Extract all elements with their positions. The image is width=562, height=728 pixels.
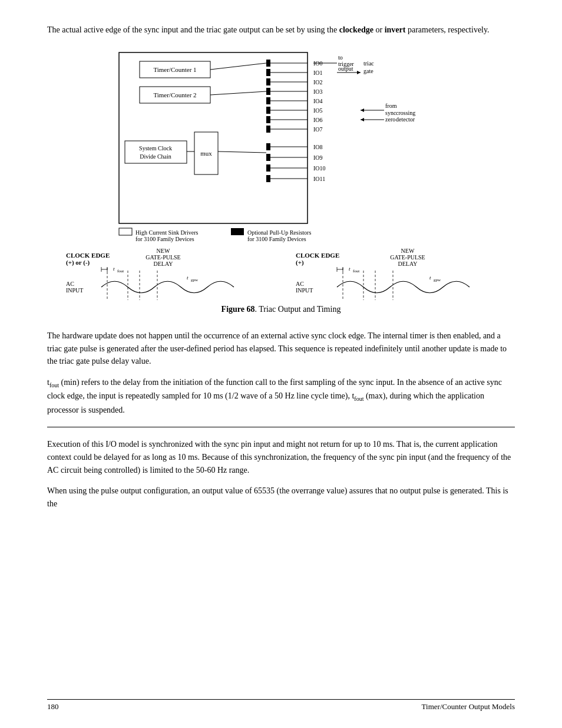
svg-text:from: from	[385, 103, 397, 109]
svg-text:Optional Pull-Up Resistors: Optional Pull-Up Resistors	[247, 229, 311, 236]
svg-text:DELAY: DELAY	[154, 261, 173, 267]
figure-caption-text: . Triac Output and Timing	[255, 305, 341, 314]
svg-text:IO5: IO5	[313, 107, 323, 114]
svg-text:AC: AC	[66, 281, 74, 287]
figure-caption-number: Figure 68	[222, 305, 255, 314]
figure-caption: Figure 68. Triac Output and Timing	[222, 305, 341, 314]
svg-text:gate: gate	[363, 68, 373, 74]
svg-text:GATE-PULSE: GATE-PULSE	[146, 254, 180, 261]
svg-text:for 3100 Family Devices: for 3100 Family Devices	[135, 236, 194, 242]
svg-text:IO6: IO6	[313, 117, 323, 123]
svg-text:IO4: IO4	[313, 98, 323, 104]
svg-text:IO1: IO1	[313, 70, 323, 76]
footer-page-number: 180	[47, 702, 59, 711]
svg-line-66	[218, 151, 266, 153]
svg-text:CLOCK EDGE: CLOCK EDGE	[296, 252, 339, 259]
svg-text:crossing: crossing	[396, 110, 415, 116]
intro-paragraph: The actual active edge of the sync input…	[47, 24, 515, 36]
body-paragraph-3: Execution of this I/O model is synchroni…	[47, 438, 515, 476]
svg-text:t: t	[113, 266, 115, 272]
body-paragraph-2: tfout (min) refers to the delay from the…	[47, 376, 515, 416]
tfout-sub: fout	[49, 382, 59, 388]
svg-text:zero: zero	[385, 116, 395, 123]
svg-rect-11	[266, 60, 270, 67]
svg-text:IO2: IO2	[313, 79, 323, 85]
svg-rect-29	[266, 116, 270, 123]
svg-rect-5	[125, 141, 187, 163]
svg-text:IO8: IO8	[313, 144, 323, 150]
svg-rect-23	[266, 97, 270, 104]
invert-bold: invert	[385, 25, 406, 34]
svg-text:High Current Sink Drivers: High Current Sink Drivers	[135, 229, 198, 236]
svg-text:CLOCK EDGE: CLOCK EDGE	[66, 252, 110, 259]
svg-text:DELAY: DELAY	[398, 261, 418, 267]
svg-text:t: t	[429, 275, 431, 281]
svg-text:NEW: NEW	[157, 248, 170, 254]
intro-text-end: parameters, respectively.	[405, 25, 489, 34]
svg-text:ZERO: ZERO	[59, 299, 74, 300]
svg-text:detector: detector	[396, 116, 415, 123]
svg-text:INPUT: INPUT	[296, 287, 313, 294]
clockedge-bold: clockedge	[339, 25, 373, 34]
svg-line-63	[210, 63, 266, 70]
svg-text:gpw: gpw	[191, 278, 199, 282]
intro-text-mid: or	[373, 25, 385, 34]
svg-rect-14	[266, 69, 270, 76]
svg-text:(+): (+)	[296, 259, 304, 266]
svg-rect-41	[266, 164, 270, 172]
page: The actual active edge of the sync input…	[0, 0, 562, 728]
svg-text:t: t	[349, 266, 351, 272]
footer-section-title: Timer/Counter Output Models	[422, 702, 515, 711]
svg-rect-26	[266, 107, 270, 114]
svg-text:sync: sync	[385, 110, 396, 116]
svg-text:(+) or (-): (+) or (-)	[66, 259, 90, 266]
body-paragraph-1: The hardware update does not happen unti…	[47, 330, 515, 368]
svg-text:t: t	[187, 275, 189, 281]
svg-text:IO7: IO7	[313, 126, 323, 133]
svg-text:for 3100 Family Devices: for 3100 Family Devices	[247, 236, 306, 242]
svg-text:fout: fout	[117, 269, 124, 274]
svg-text:GATE-PULSE: GATE-PULSE	[390, 254, 425, 261]
svg-text:NEW: NEW	[401, 248, 415, 254]
svg-text:triac: triac	[363, 60, 374, 67]
footer-bar: 180 Timer/Counter Output Models	[47, 699, 515, 711]
svg-rect-70	[231, 228, 244, 235]
svg-text:to: to	[338, 54, 343, 61]
svg-text:ZERO: ZERO	[289, 299, 304, 300]
section-divider	[47, 427, 515, 427]
svg-rect-44	[266, 175, 270, 182]
svg-text:fout: fout	[353, 269, 359, 274]
svg-text:IO11: IO11	[313, 176, 325, 182]
svg-rect-67	[119, 228, 132, 235]
intro-text-start: The actual active edge of the sync input…	[47, 25, 339, 34]
svg-rect-38	[266, 154, 270, 161]
svg-text:IO3: IO3	[313, 88, 323, 95]
svg-marker-50	[357, 71, 361, 74]
svg-line-64	[210, 91, 266, 95]
svg-rect-17	[266, 78, 270, 85]
svg-text:Divide Chain: Divide Chain	[140, 153, 171, 160]
diagram-svg-wrapper: Timer/Counter 1 Timer/Counter 2 System C…	[47, 47, 515, 300]
svg-text:AC: AC	[296, 281, 304, 287]
svg-text:System Clock: System Clock	[139, 145, 172, 151]
svg-rect-35	[266, 143, 270, 150]
figure-68-svg: Timer/Counter 1 Timer/Counter 2 System C…	[48, 47, 514, 300]
svg-text:IO9: IO9	[313, 154, 323, 161]
svg-text:output: output	[338, 65, 353, 72]
svg-rect-20	[266, 88, 270, 95]
svg-text:INPUT: INPUT	[66, 287, 83, 294]
body-paragraph-4: When using the pulse output configuratio…	[47, 485, 515, 510]
svg-text:IO10: IO10	[313, 165, 326, 172]
svg-rect-32	[266, 126, 270, 133]
svg-text:Timer/Counter 2: Timer/Counter 2	[153, 91, 196, 98]
svg-marker-55	[361, 108, 364, 112]
svg-text:mux: mux	[200, 150, 212, 157]
svg-text:gpw: gpw	[434, 278, 441, 282]
svg-marker-57	[361, 118, 364, 121]
tfout-sub2: fout	[354, 396, 363, 402]
figure-68-container: Timer/Counter 1 Timer/Counter 2 System C…	[47, 47, 515, 324]
svg-text:Timer/Counter 1: Timer/Counter 1	[153, 66, 196, 73]
